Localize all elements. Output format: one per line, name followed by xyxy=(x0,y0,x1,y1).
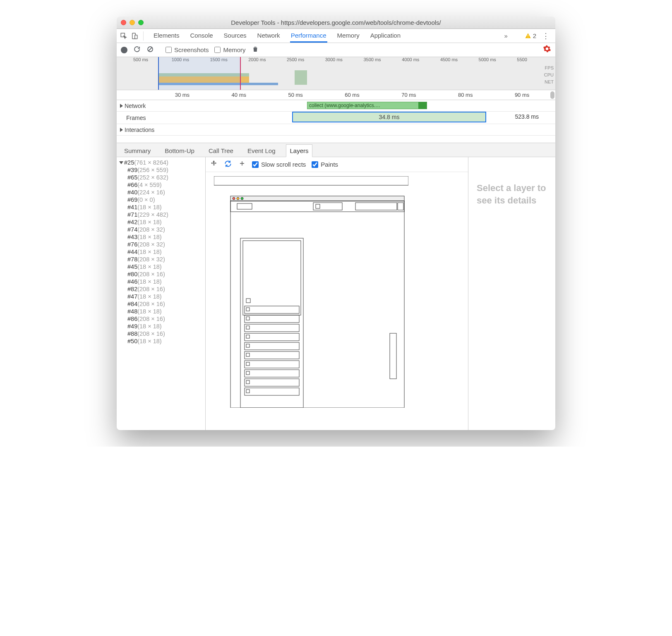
layer-dimensions: (18 × 18) xyxy=(137,308,161,315)
paints-input[interactable] xyxy=(312,161,318,168)
layer-id: #65 xyxy=(127,174,137,181)
overview-tick: 4500 ms xyxy=(440,57,479,64)
frame-bar-selected[interactable]: 34.8 ms xyxy=(292,112,486,122)
layer-tree-item[interactable]: #45(18 × 18) xyxy=(117,263,205,270)
clear-icon[interactable] xyxy=(146,45,154,54)
tab-console[interactable]: Console xyxy=(190,29,214,43)
more-tabs-icon[interactable]: » xyxy=(502,32,510,40)
devtools-menu-icon[interactable]: ⋮ xyxy=(540,31,552,41)
warning-badge[interactable]: 2 xyxy=(525,32,536,39)
layer-tree-item[interactable]: #49(18 × 18) xyxy=(117,323,205,330)
close-icon[interactable] xyxy=(121,20,126,25)
subtab-call-tree[interactable]: Call Tree xyxy=(205,145,237,157)
rotate-icon[interactable] xyxy=(224,160,232,169)
layer-dimensions: (252 × 632) xyxy=(137,174,168,181)
layer-visualization[interactable] xyxy=(206,172,468,430)
layer-tree-item[interactable]: #50(18 × 18) xyxy=(117,337,205,345)
layer-tree-item[interactable]: #78(208 × 32) xyxy=(117,256,205,263)
svg-rect-27 xyxy=(245,333,299,341)
disclosure-icon[interactable] xyxy=(120,104,123,108)
network-request-tail xyxy=(418,102,427,109)
overview-tick: 3000 ms xyxy=(325,57,364,64)
network-track-label: Network xyxy=(125,103,146,109)
disclosure-icon[interactable] xyxy=(119,161,123,164)
svg-rect-3 xyxy=(528,35,528,36)
layer-dimensions: (18 × 18) xyxy=(137,278,161,285)
maximize-icon[interactable] xyxy=(138,20,144,25)
layer-tree-item[interactable]: #44(18 × 18) xyxy=(117,248,205,256)
layer-tree-item[interactable]: #82(208 × 16) xyxy=(117,285,205,293)
settings-gear-icon[interactable] xyxy=(543,45,551,55)
paints-checkbox[interactable]: Paints xyxy=(312,161,338,168)
disclosure-icon[interactable] xyxy=(120,128,123,132)
slow-scroll-rects-input[interactable] xyxy=(252,161,259,168)
layer-tree-item[interactable]: #25(761 × 8264) xyxy=(117,159,205,166)
timeline-overview[interactable]: 500 ms1000 ms1500 ms2000 ms2500 ms3000 m… xyxy=(117,57,555,90)
layer-dimensions: (256 × 559) xyxy=(137,167,168,173)
minimize-icon[interactable] xyxy=(130,20,135,25)
svg-rect-6 xyxy=(214,176,408,185)
record-button-icon[interactable] xyxy=(121,47,127,53)
layer-tree-item[interactable]: #65(252 × 632) xyxy=(117,174,205,181)
garbage-collect-icon[interactable] xyxy=(252,45,259,54)
svg-rect-23 xyxy=(245,315,299,323)
flame-chart-ruler[interactable]: s 30 ms40 ms50 ms60 ms70 ms80 ms90 ms xyxy=(117,90,555,100)
layer-tree-item[interactable]: #47(18 × 18) xyxy=(117,293,205,300)
scrollbar[interactable] xyxy=(550,91,554,99)
tab-memory[interactable]: Memory xyxy=(336,29,360,43)
warning-count: 2 xyxy=(533,32,536,39)
layer-tree-item[interactable]: #40(224 × 16) xyxy=(117,189,205,196)
inspect-element-icon[interactable] xyxy=(120,32,127,40)
layer-id: #69 xyxy=(127,196,137,203)
ruler-tick: 30 ms xyxy=(154,92,211,98)
overview-selection[interactable] xyxy=(158,57,241,90)
layer-tree-item[interactable]: #69(0 × 0) xyxy=(117,196,205,203)
layer-tree-item[interactable]: #76(208 × 32) xyxy=(117,241,205,248)
subtab-event-log[interactable]: Event Log xyxy=(244,145,279,157)
layer-tree-item[interactable]: #86(208 × 16) xyxy=(117,315,205,323)
layer-tree-item[interactable]: #80(208 × 16) xyxy=(117,270,205,278)
network-track[interactable]: Network collect (www.google-analytics.… xyxy=(117,100,555,112)
svg-rect-20 xyxy=(246,299,250,303)
subtab-summary[interactable]: Summary xyxy=(121,145,154,157)
reset-view-icon[interactable] xyxy=(238,160,246,169)
frames-track[interactable]: Frames 34.8 ms 523.8 ms xyxy=(117,112,555,124)
layer-tree-item[interactable]: #46(18 × 18) xyxy=(117,278,205,285)
tab-elements[interactable]: Elements xyxy=(153,29,180,43)
layer-tree-item[interactable]: #41(18 × 18) xyxy=(117,203,205,211)
tab-performance[interactable]: Performance xyxy=(290,29,327,43)
device-toggle-icon[interactable] xyxy=(131,32,138,40)
layer-tree-item[interactable]: #48(18 × 18) xyxy=(117,308,205,315)
layer-id: #74 xyxy=(127,226,137,233)
slow-scroll-rects-checkbox[interactable]: Slow scroll rects xyxy=(252,161,306,168)
tab-sources[interactable]: Sources xyxy=(223,29,247,43)
svg-rect-19 xyxy=(243,241,301,315)
tab-application[interactable]: Application xyxy=(370,29,401,43)
reload-icon[interactable] xyxy=(133,45,141,54)
layer-tree-item[interactable]: #42(18 × 18) xyxy=(117,218,205,226)
layer-tree-item[interactable]: #84(208 × 16) xyxy=(117,300,205,308)
layer-tree-item[interactable]: #39(256 × 559) xyxy=(117,166,205,174)
devtools-main-toolbar: ElementsConsoleSourcesNetworkPerformance… xyxy=(117,29,555,43)
layers-pane: #25(761 × 8264)#39(256 × 559)#65(252 × 6… xyxy=(117,157,555,430)
layer-tree[interactable]: #25(761 × 8264)#39(256 × 559)#65(252 × 6… xyxy=(117,157,206,430)
tab-network[interactable]: Network xyxy=(257,29,281,43)
layer-tree-item[interactable]: #43(18 × 18) xyxy=(117,233,205,241)
memory-checkbox-input[interactable] xyxy=(214,47,221,53)
interactions-track[interactable]: Interactions xyxy=(117,124,555,136)
screenshots-checkbox[interactable]: Screenshots xyxy=(166,46,209,53)
subtab-bottom-up[interactable]: Bottom-Up xyxy=(161,145,198,157)
network-request-bar[interactable]: collect (www.google-analytics.… xyxy=(307,102,427,109)
layer-dimensions: (208 × 32) xyxy=(137,226,165,233)
layer-id: #66 xyxy=(127,182,137,188)
subtab-layers[interactable]: Layers xyxy=(286,144,312,157)
overview-tick: 5500 xyxy=(517,57,555,64)
layer-tree-item[interactable]: #66(4 × 559) xyxy=(117,181,205,189)
layer-tree-item[interactable]: #71(229 × 482) xyxy=(117,211,205,218)
layer-tree-item[interactable]: #88(208 × 16) xyxy=(117,330,205,337)
memory-checkbox[interactable]: Memory xyxy=(214,46,245,53)
layer-tree-item[interactable]: #74(208 × 32) xyxy=(117,226,205,233)
main-tabs: ElementsConsoleSourcesNetworkPerformance… xyxy=(149,29,499,43)
screenshots-checkbox-input[interactable] xyxy=(166,47,172,53)
pan-icon[interactable] xyxy=(210,160,218,169)
